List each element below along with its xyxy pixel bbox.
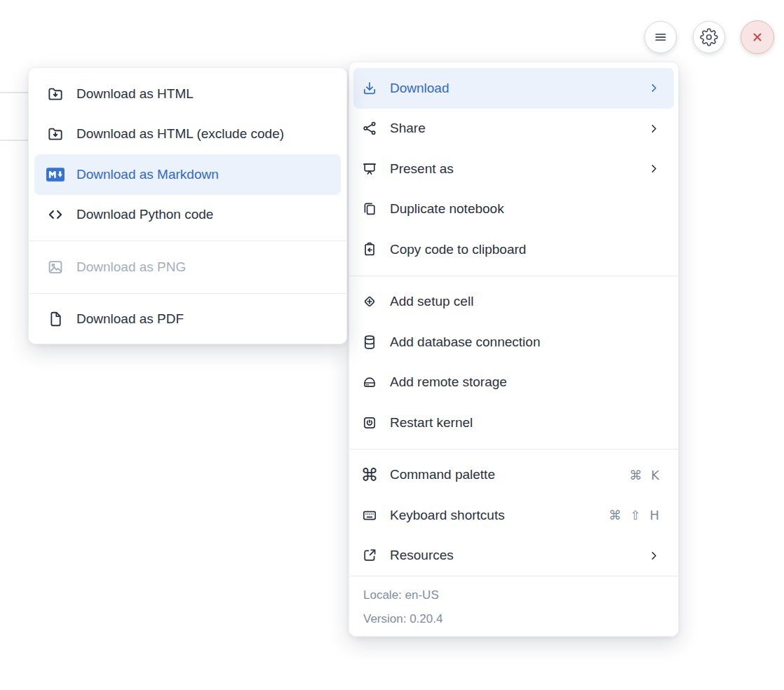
command-icon: ⌘ (360, 466, 379, 484)
menu-item-label: Share (390, 121, 637, 136)
locale-label: Locale: en-US (363, 586, 664, 605)
menu-item-label: Command palette (390, 467, 618, 482)
menu-item-label: Download (390, 81, 637, 96)
menu-divider (29, 241, 346, 241)
notebook-menu: Download Share Present as (349, 62, 679, 637)
close-button[interactable] (741, 20, 774, 54)
menu-divider (349, 449, 678, 449)
shortcut-label: ⌘ K (629, 468, 660, 482)
menu-item-label: Download as PNG (76, 259, 332, 275)
menu-item-duplicate-notebook[interactable]: Duplicate notebook (349, 189, 678, 230)
menu-item-label: Download Python code (76, 207, 332, 222)
menu-footer: Locale: en-US Version: 0.20.4 (349, 576, 678, 638)
menu-divider (29, 293, 346, 294)
menu-divider (349, 276, 678, 276)
menu-item-keyboard-shortcuts[interactable]: Keyboard shortcuts ⌘ ⇧ H (349, 495, 678, 536)
present-icon (360, 161, 379, 177)
menu-item-download-pdf[interactable]: Download as PDF (29, 299, 346, 340)
chevron-right-icon (648, 550, 660, 562)
menu-item-label: Add setup cell (390, 294, 660, 309)
remote-storage-icon (360, 374, 379, 391)
external-link-icon (360, 547, 379, 564)
markdown-badge-icon (46, 168, 65, 182)
menu-item-download-markdown[interactable]: Download as Markdown (34, 154, 341, 195)
menu-item-label: Keyboard shortcuts (390, 508, 597, 523)
menu-item-download-png[interactable]: Download as PNG (29, 247, 346, 288)
menu-item-label: Download as HTML (76, 86, 332, 102)
menu-item-add-remote-storage[interactable]: Add remote storage (349, 363, 678, 403)
menu-item-download[interactable]: Download (353, 68, 674, 109)
restart-kernel-icon (360, 414, 379, 431)
menu-item-label: Present as (390, 161, 637, 177)
menu-item-label: Copy code to clipboard (390, 242, 660, 257)
gear-icon (700, 28, 718, 46)
menu-item-download-html[interactable]: Download as HTML (29, 74, 346, 114)
duplicate-icon (360, 201, 379, 217)
menu-item-download-html-exclude-code[interactable]: Download as HTML (exclude code) (29, 114, 346, 155)
download-submenu: Download as HTML Download as HTML (exclu… (28, 67, 347, 344)
menu-item-label: Download as PDF (76, 311, 332, 327)
menu-item-restart-kernel[interactable]: Restart kernel (349, 402, 678, 443)
menu-item-add-database-connection[interactable]: Add database connection (349, 322, 678, 363)
menu-item-present-as[interactable]: Present as (349, 149, 678, 189)
keyboard-icon (360, 507, 379, 524)
menu-button[interactable] (644, 21, 677, 53)
menu-item-label: Duplicate notebook (390, 201, 660, 217)
add-setup-cell-icon (360, 293, 379, 310)
copy-clipboard-icon (360, 241, 379, 258)
code-icon (46, 205, 65, 224)
menu-item-command-palette[interactable]: ⌘ Command palette ⌘ K (349, 455, 678, 496)
download-icon (360, 80, 379, 97)
chevron-right-icon (648, 123, 660, 135)
menu-item-label: Resources (390, 548, 637, 563)
menu-item-label: Restart kernel (390, 415, 660, 431)
chevron-right-icon (648, 82, 660, 94)
canvas-line (0, 140, 31, 141)
database-icon (360, 334, 379, 351)
canvas-line (0, 92, 31, 93)
shortcut-label: ⌘ ⇧ H (609, 508, 660, 522)
download-submenu-rows: Download as HTML Download as HTML (exclu… (29, 68, 346, 345)
notebook-menu-rows: Download Share Present as (349, 62, 678, 576)
menu-item-label: Add remote storage (390, 374, 660, 390)
menu-item-label: Download as HTML (exclude code) (76, 126, 332, 142)
menu-item-download-python-code[interactable]: Download Python code (29, 195, 346, 236)
folder-download-icon (46, 125, 65, 143)
share-icon (360, 120, 379, 137)
close-icon (749, 29, 766, 46)
file-icon (46, 310, 65, 328)
menu-item-copy-code[interactable]: Copy code to clipboard (349, 229, 678, 270)
hamburger-icon (651, 28, 670, 46)
menu-item-label: Download as Markdown (76, 167, 332, 182)
chevron-right-icon (648, 163, 660, 175)
menu-item-add-setup-cell[interactable]: Add setup cell (349, 282, 678, 323)
version-label: Version: 0.20.4 (363, 609, 664, 629)
folder-download-icon (46, 85, 65, 103)
menu-item-label: Add database connection (390, 334, 660, 350)
image-icon (46, 258, 65, 276)
menu-item-resources[interactable]: Resources (349, 536, 678, 576)
menu-item-share[interactable]: Share (349, 109, 678, 149)
settings-button[interactable] (693, 21, 725, 53)
